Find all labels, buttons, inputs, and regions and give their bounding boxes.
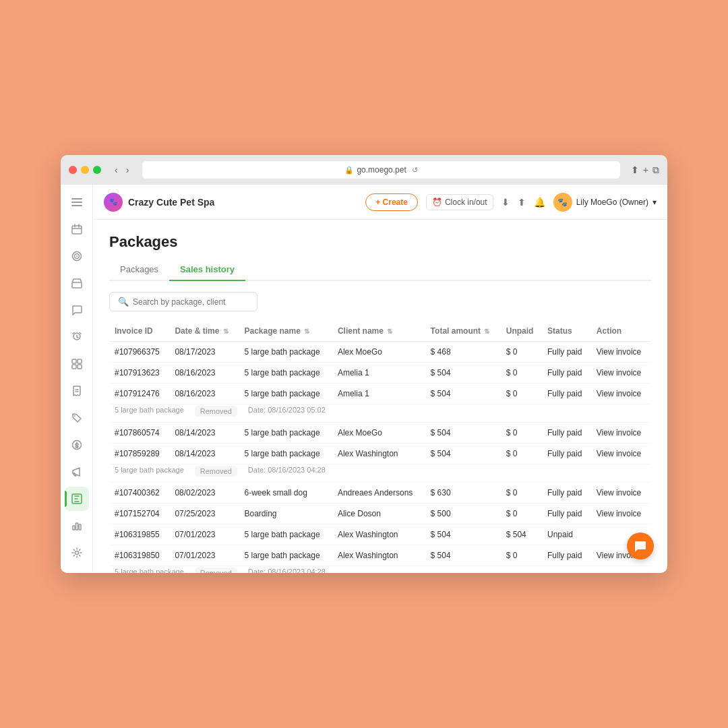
cell-package: 5 large bath package [239, 444, 332, 464]
cell-action[interactable]: View invoice [591, 363, 651, 384]
cell-unpaid: $ 0 [501, 363, 542, 384]
sidebar-item-settings[interactable] [65, 541, 89, 565]
sidebar-item-barchart[interactable] [65, 514, 89, 538]
sidebar-item-target[interactable] [65, 244, 89, 268]
cell-date: 08/02/2023 [169, 483, 239, 504]
back-button[interactable]: ‹ [112, 163, 121, 177]
close-button[interactable] [69, 166, 77, 174]
cell-invoice-id: #107913623 [109, 363, 169, 384]
svg-rect-0 [71, 198, 82, 200]
cell-action[interactable]: View invoice [591, 384, 651, 404]
cell-action[interactable]: View invoice [591, 423, 651, 444]
cell-unpaid: $ 0 [501, 545, 542, 566]
cell-package: 6-week small dog [239, 483, 332, 504]
address-bar[interactable]: 🔒 go.moego.pet ↺ [142, 161, 619, 179]
cell-date: 07/25/2023 [169, 504, 239, 524]
clock-icon: ⏰ [432, 198, 442, 207]
svg-rect-9 [78, 359, 82, 363]
clock-inout-button[interactable]: ⏰ Clock in/out [426, 194, 493, 210]
sub-package-name: 5 large bath package [115, 406, 184, 417]
tabs-container: Packages Sales history [109, 259, 651, 281]
cell-action[interactable]: View invoice [591, 444, 651, 464]
cell-invoice-id: #107152704 [109, 504, 169, 524]
col-total[interactable]: Total amount ⇅ [425, 321, 501, 342]
share-icon[interactable]: ⬆ [631, 164, 639, 176]
cell-total: $ 500 [425, 504, 501, 524]
sort-icon-client: ⇅ [387, 328, 392, 335]
brand-name: Crazy Cute Pet Spa [128, 197, 214, 208]
sort-icon-total: ⇅ [484, 328, 489, 335]
sub-package-name: 5 large bath package [115, 466, 184, 477]
cell-package: 5 large bath package [239, 342, 332, 363]
bell-icon[interactable]: 🔔 [534, 197, 545, 208]
col-invoice-id: Invoice ID [109, 321, 169, 342]
cell-action[interactable]: View invoice [591, 504, 651, 524]
cell-unpaid: $ 0 [501, 384, 542, 404]
upload-icon[interactable]: ⬆ [518, 197, 526, 208]
cell-total: $ 630 [425, 483, 501, 504]
tab-sales-history[interactable]: Sales history [169, 259, 245, 281]
sidebar-item-chat[interactable] [65, 298, 89, 322]
svg-rect-1 [71, 202, 82, 203]
cell-client: Amelia 1 [332, 363, 425, 384]
page-content: Packages Packages Sales history 🔍 Invoic… [93, 220, 667, 573]
cell-total: $ 504 [425, 524, 501, 545]
user-name: Lily MoeGo (Owner) [576, 198, 648, 207]
cell-invoice-id: #107400362 [109, 483, 169, 504]
forward-button[interactable]: › [123, 163, 132, 177]
cell-unpaid: $ 0 [501, 423, 542, 444]
create-button[interactable]: + Create [365, 193, 418, 211]
sidebar-item-packages[interactable] [65, 487, 89, 511]
table-row: #107966375 08/17/2023 5 large bath packa… [109, 342, 651, 363]
removed-badge: Removed [195, 406, 237, 417]
search-icon: 🔍 [118, 297, 129, 307]
sidebar [61, 185, 93, 573]
col-date[interactable]: Date & time ⇅ [169, 321, 239, 342]
sidebar-item-alarm[interactable] [65, 325, 89, 349]
cell-total: $ 504 [425, 423, 501, 444]
sidebar-item-calendar[interactable] [65, 217, 89, 241]
svg-point-6 [76, 255, 78, 257]
sidebar-item-grid[interactable] [65, 352, 89, 376]
table-row: #107913623 08/16/2023 5 large bath packa… [109, 363, 651, 384]
user-badge[interactable]: 🐾 Lily MoeGo (Owner) ▾ [553, 193, 657, 212]
sidebar-item-receipt[interactable] [65, 379, 89, 403]
cell-client: Alice Doson [332, 504, 425, 524]
maximize-button[interactable] [93, 166, 101, 174]
sidebar-item-dollar[interactable] [65, 433, 89, 457]
tab-packages[interactable]: Packages [109, 259, 169, 281]
table-row: #107152704 07/25/2023 Boarding Alice Dos… [109, 504, 651, 524]
cell-package: 5 large bath package [239, 363, 332, 384]
cell-status: Fully paid [542, 363, 591, 384]
download-icon[interactable]: ⬇ [502, 197, 510, 208]
search-bar[interactable]: 🔍 [109, 292, 257, 311]
table-sub-row: 5 large bath package Removed Date: 08/16… [109, 566, 651, 574]
chat-fab-button[interactable] [627, 533, 654, 559]
sidebar-item-megaphone[interactable] [65, 460, 89, 484]
cell-action[interactable]: View invoice [591, 342, 651, 363]
cell-status: Fully paid [542, 483, 591, 504]
col-package[interactable]: Package name ⇅ [239, 321, 332, 342]
cell-client: Alex MoeGo [332, 423, 425, 444]
minimize-button[interactable] [81, 166, 89, 174]
user-chevron-icon: ▾ [653, 198, 657, 207]
sub-package-name: 5 large bath package [115, 568, 184, 573]
cell-action[interactable]: View invoice [591, 483, 651, 504]
sales-table: Invoice ID Date & time ⇅ Package name ⇅ … [109, 321, 651, 573]
tabs-icon[interactable]: ⧉ [653, 164, 659, 176]
reload-icon[interactable]: ↺ [412, 166, 418, 175]
cell-status: Fully paid [542, 545, 591, 566]
cell-invoice-id: #107912476 [109, 384, 169, 404]
cell-client: Alex Washington [332, 444, 425, 464]
sidebar-item-store[interactable] [65, 271, 89, 295]
main-content: 🐾 Crazy Cute Pet Spa + Create ⏰ Clock in… [93, 185, 667, 573]
search-input[interactable] [133, 297, 249, 307]
top-nav: 🐾 Crazy Cute Pet Spa + Create ⏰ Clock in… [93, 185, 667, 220]
table-sub-row: 5 large bath package Removed Date: 08/16… [109, 404, 651, 423]
table-row: #106319855 07/01/2023 5 large bath packa… [109, 524, 651, 545]
sidebar-item-tag[interactable] [65, 406, 89, 430]
cell-unpaid: $ 0 [501, 483, 542, 504]
sidebar-item-menu[interactable] [65, 190, 89, 214]
new-tab-icon[interactable]: + [643, 164, 648, 176]
col-client[interactable]: Client name ⇅ [332, 321, 425, 342]
